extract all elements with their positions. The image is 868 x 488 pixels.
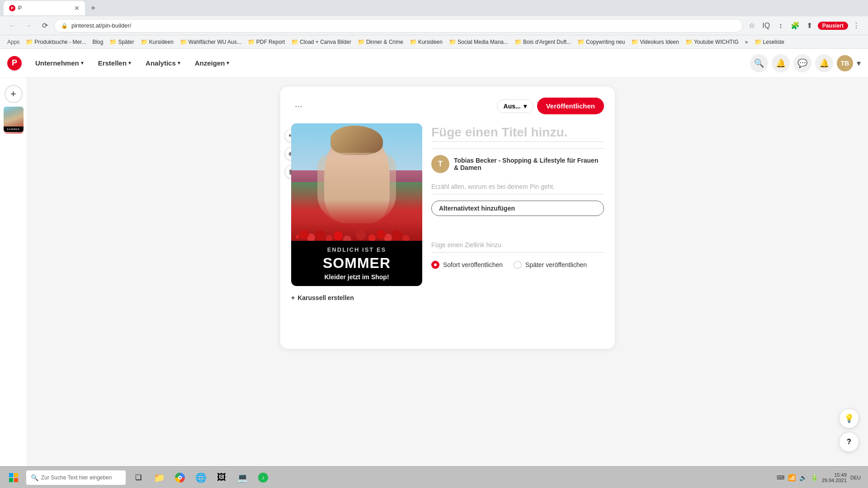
folder-icon: 📁	[26, 38, 33, 45]
bookmark-dinner[interactable]: 📁 Dinner & Crime	[355, 38, 406, 46]
chevron-down-icon: ▾	[81, 60, 84, 66]
bookmark-pdf[interactable]: 📁 PDF Report	[245, 38, 288, 46]
profile-button[interactable]: IQ	[760, 19, 773, 32]
bookmark-spaeter[interactable]: 📁 Später	[107, 38, 137, 46]
account-chevron-button[interactable]: ▾	[857, 58, 861, 68]
card-header: ··· Aus... ▾ Veröffentlichen	[291, 98, 604, 114]
bookmark-star-button[interactable]: ☆	[745, 19, 758, 32]
start-button[interactable]	[4, 469, 24, 487]
extension-button[interactable]: 🧩	[789, 19, 802, 32]
sidebar-add-button[interactable]: +	[5, 85, 23, 103]
bookmark-bois[interactable]: 📁 Bois d'Argent Duft...	[512, 38, 574, 46]
karussell-label: Karussell erstellen	[297, 294, 354, 301]
new-tab-button[interactable]: +	[87, 2, 99, 14]
board-select-dropdown[interactable]: Aus... ▾	[497, 99, 533, 113]
update-button[interactable]: ⬆	[803, 19, 816, 32]
bookmark-produktsuche[interactable]: 📁 Produktsuche - Mer...	[23, 38, 89, 46]
taskbar-chrome[interactable]	[170, 469, 190, 487]
publish-button[interactable]: Veröffentlichen	[537, 98, 604, 114]
folder-icon: 📁	[449, 38, 456, 45]
user-avatar[interactable]: TB	[837, 55, 853, 71]
user-profile-chip[interactable]: Pausiert	[818, 22, 848, 30]
back-button[interactable]: ←	[5, 19, 19, 33]
updates-button[interactable]: 🔔	[815, 54, 833, 72]
nav-item-anzeigen[interactable]: Anzeigen ▾	[189, 56, 236, 70]
pin-cta-text: Kleider jetzt im Shop!	[298, 273, 415, 281]
pin-image-wrapper: ✏ 🏷 🗑	[291, 123, 422, 286]
taskbar: 🔍 Zur Suche Text hier eingeben ❑ 📁 🌐 🖼 💻…	[0, 466, 868, 488]
nav-label: Analytics	[146, 59, 176, 67]
battery-icon: 🔋	[811, 474, 818, 481]
taskbar-spotify[interactable]: ♪	[253, 469, 273, 487]
volume-icon: 🔊	[799, 474, 807, 481]
bookmark-cload[interactable]: 📁 Cload + Canva Bilder	[288, 38, 354, 46]
messages-button[interactable]: 💬	[793, 54, 811, 72]
bookmark-leseliste[interactable]: 📁 Leseliste	[752, 38, 787, 46]
bookmark-videokurs[interactable]: 📁 Videokurs Ideen	[628, 38, 682, 46]
link-input[interactable]	[431, 238, 604, 253]
network-icon: 📶	[788, 474, 796, 481]
folder-icon: 📁	[755, 38, 762, 45]
reload-button[interactable]: ⟳	[38, 19, 52, 33]
nav-label: Erstellen	[98, 59, 127, 67]
bookmark-label: Leseliste	[763, 39, 784, 45]
nav-item-erstellen[interactable]: Erstellen ▾	[92, 56, 137, 70]
card-body: ✏ 🏷 🗑	[291, 123, 604, 304]
file-explorer-icon: 📁	[154, 472, 165, 483]
publish-now-radio[interactable]: Sofort veröffentlichen	[431, 261, 503, 269]
bookmark-kursideen[interactable]: 📁 Kursideen	[138, 38, 176, 46]
options-button[interactable]: ···	[291, 99, 306, 113]
help-button[interactable]: ?	[839, 432, 859, 452]
edge-icon: 🌐	[195, 472, 207, 483]
taskbar-photos[interactable]: 🖼	[212, 469, 231, 487]
alt-text-button[interactable]: Alternativtext hinzufügen	[431, 201, 604, 216]
tab-close-button[interactable]: ✕	[74, 5, 80, 12]
folder-icon: 📁	[109, 38, 117, 45]
address-bar[interactable]: 🔒 pinterest.at/pin-builder/	[54, 19, 743, 33]
nav-item-unternehmen[interactable]: Unternehmen ▾	[29, 56, 90, 70]
browser-actions: ☆ IQ ↕ 🧩 ⬆ Pausiert ⋮	[745, 19, 863, 32]
taskbar-task-view[interactable]: ❑	[128, 469, 148, 487]
karussell-button[interactable]: + Karussell erstellen	[291, 291, 422, 304]
publish-later-radio[interactable]: Später veröffentlichen	[514, 261, 587, 269]
taskbar-file-explorer[interactable]: 📁	[149, 469, 169, 487]
pin-description-input[interactable]	[431, 179, 604, 194]
folder-icon: 📁	[358, 38, 365, 45]
bookmark-copywriting[interactable]: 📁 Copywriting neu	[575, 38, 627, 46]
pin-subtitle: ENDLICH IST ES	[298, 246, 415, 253]
taskbar-terminal[interactable]: 💻	[232, 469, 252, 487]
bookmark-kursideen2[interactable]: 📁 Kursideen	[407, 38, 445, 46]
pin-image[interactable]: ENDLICH IST ES SOMMER Kleider jetzt im S…	[291, 123, 422, 286]
menu-button[interactable]: ⋮	[850, 19, 863, 32]
folder-icon: 📁	[410, 38, 417, 45]
pin-title-input[interactable]	[431, 123, 604, 142]
pinterest-logo[interactable]: P	[7, 56, 22, 70]
nav-label: Anzeigen	[195, 59, 225, 67]
url-text: pinterest.at/pin-builder/	[71, 22, 131, 29]
sync-button[interactable]: ↕	[774, 19, 787, 32]
bookmark-label: Youtube WICHTIG	[694, 39, 739, 45]
folder-icon: 📁	[248, 38, 255, 45]
left-sidebar: + SOMMER	[0, 78, 27, 488]
notifications-button[interactable]: 🔔	[772, 54, 790, 72]
sidebar-pin-thumbnail[interactable]: SOMMER	[4, 107, 24, 134]
taskbar-search[interactable]: 🔍 Zur Suche Text hier eingeben	[26, 470, 126, 485]
search-button[interactable]: 🔍	[750, 54, 768, 72]
chevron-down-icon: ▾	[524, 103, 527, 110]
bookmark-blog[interactable]: Blog	[90, 38, 106, 46]
active-tab[interactable]: P ✕	[4, 1, 85, 15]
pin-details: T Tobias Becker - Shopping & Lifestyle f…	[431, 123, 604, 304]
bookmark-wahlfaecher[interactable]: 📁 Wahlfächer WU Aus...	[177, 38, 244, 46]
hint-button[interactable]: 💡	[839, 408, 859, 428]
taskbar-clock[interactable]: 15:49 29.04.2021	[822, 472, 847, 483]
radio-checked-icon	[431, 261, 439, 269]
bookmark-more[interactable]: »	[742, 38, 751, 46]
forward-button[interactable]: →	[22, 19, 35, 33]
bookmark-youtube[interactable]: 📁 Youtube WICHTIG	[683, 38, 741, 46]
taskbar-edge[interactable]: 🌐	[191, 469, 211, 487]
bookmark-label: Später	[118, 39, 134, 45]
nav-item-analytics[interactable]: Analytics ▾	[139, 56, 187, 70]
bookmark-apps[interactable]: Apps	[5, 38, 22, 46]
bookmark-social[interactable]: 📁 Social Media Mana...	[446, 38, 511, 46]
bookmark-label: Videokurs Ideen	[640, 39, 679, 45]
